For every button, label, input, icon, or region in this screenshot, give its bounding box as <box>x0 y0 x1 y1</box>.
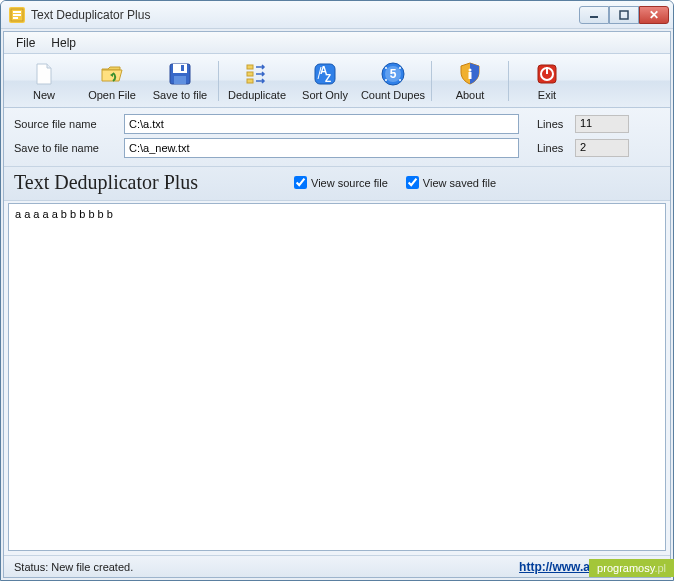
open-label: Open File <box>88 89 136 101</box>
count-icon: 5 <box>379 60 407 88</box>
exit-button[interactable]: Exit <box>513 57 581 105</box>
svg-rect-11 <box>247 72 253 76</box>
text-content-area[interactable]: a a a a a b b b b b b <box>8 203 666 551</box>
source-file-label: Source file name <box>14 118 118 130</box>
view-saved-checkbox[interactable]: View saved file <box>406 176 496 189</box>
svg-rect-3 <box>13 17 18 19</box>
client-area: File Help New Open File Save to file Ded… <box>3 31 671 578</box>
menu-bar: File Help <box>4 32 670 54</box>
exit-label: Exit <box>538 89 556 101</box>
lines-label: Lines <box>537 118 569 130</box>
svg-rect-8 <box>174 76 186 84</box>
view-saved-label: View saved file <box>423 177 496 189</box>
svg-point-20 <box>399 67 401 69</box>
minimize-button[interactable] <box>579 6 609 24</box>
svg-rect-24 <box>469 72 472 79</box>
new-label: New <box>33 89 55 101</box>
toolbar-separator <box>508 61 509 101</box>
svg-rect-1 <box>13 11 21 13</box>
svg-point-22 <box>399 79 401 81</box>
source-row: Source file name Lines 11 <box>14 114 660 134</box>
about-label: About <box>456 89 485 101</box>
app-icon <box>9 7 25 23</box>
window-title: Text Deduplicator Plus <box>31 8 579 22</box>
svg-point-21 <box>385 79 387 81</box>
window-controls: ✕ <box>579 6 669 24</box>
svg-rect-12 <box>247 79 253 83</box>
sort-icon: AZ <box>311 60 339 88</box>
dedupe-label: Deduplicate <box>228 89 286 101</box>
view-source-check[interactable] <box>294 176 307 189</box>
sort-label: Sort Only <box>302 89 348 101</box>
watermark-main: programosy <box>597 562 654 574</box>
view-saved-check[interactable] <box>406 176 419 189</box>
sort-only-button[interactable]: AZ Sort Only <box>291 57 359 105</box>
svg-rect-9 <box>181 65 184 71</box>
deduplicate-icon <box>243 60 271 88</box>
save-file-input[interactable] <box>124 138 519 158</box>
svg-point-19 <box>385 67 387 69</box>
toolbar: New Open File Save to file Deduplicate A… <box>4 54 670 108</box>
save-to-file-button[interactable]: Save to file <box>146 57 214 105</box>
toolbar-separator <box>431 61 432 101</box>
svg-text:5: 5 <box>390 67 397 81</box>
source-file-input[interactable] <box>124 114 519 134</box>
exit-icon <box>533 60 561 88</box>
new-file-icon <box>30 60 58 88</box>
save-label: Save to file <box>153 89 207 101</box>
svg-rect-7 <box>173 64 187 73</box>
page-heading: Text Deduplicator Plus <box>14 171 294 194</box>
svg-rect-10 <box>247 65 253 69</box>
about-button[interactable]: About <box>436 57 504 105</box>
status-bar: Status: New file created. http://www.ale… <box>4 555 670 577</box>
menu-file[interactable]: File <box>8 34 43 52</box>
open-folder-icon <box>98 60 126 88</box>
view-source-checkbox[interactable]: View source file <box>294 176 388 189</box>
svg-point-23 <box>469 69 472 72</box>
lines-label: Lines <box>537 142 569 154</box>
svg-rect-27 <box>546 67 548 74</box>
save-row: Save to file name Lines 2 <box>14 138 660 158</box>
view-source-label: View source file <box>311 177 388 189</box>
watermark-suffix: .pl <box>654 562 666 574</box>
saved-lines-value: 2 <box>575 139 629 157</box>
count-dupes-button[interactable]: 5 Count Dupes <box>359 57 427 105</box>
count-label: Count Dupes <box>361 89 425 101</box>
maximize-button[interactable] <box>609 6 639 24</box>
title-bar: Text Deduplicator Plus ✕ <box>1 1 673 29</box>
svg-rect-2 <box>13 14 21 16</box>
heading-row: Text Deduplicator Plus View source file … <box>4 167 670 201</box>
menu-help[interactable]: Help <box>43 34 84 52</box>
svg-rect-5 <box>620 11 628 19</box>
toolbar-separator <box>218 61 219 101</box>
shield-info-icon <box>456 60 484 88</box>
watermark: programosy.pl <box>589 559 674 577</box>
svg-rect-4 <box>590 16 598 18</box>
file-fields: Source file name Lines 11 Save to file n… <box>4 108 670 167</box>
save-file-label: Save to file name <box>14 142 118 154</box>
deduplicate-button[interactable]: Deduplicate <box>223 57 291 105</box>
source-lines-value: 11 <box>575 115 629 133</box>
app-window: Text Deduplicator Plus ✕ File Help New O… <box>0 0 674 581</box>
status-text: Status: New file created. <box>14 561 133 573</box>
open-file-button[interactable]: Open File <box>78 57 146 105</box>
close-button[interactable]: ✕ <box>639 6 669 24</box>
save-icon <box>166 60 194 88</box>
new-button[interactable]: New <box>10 57 78 105</box>
svg-text:Z: Z <box>325 73 331 84</box>
